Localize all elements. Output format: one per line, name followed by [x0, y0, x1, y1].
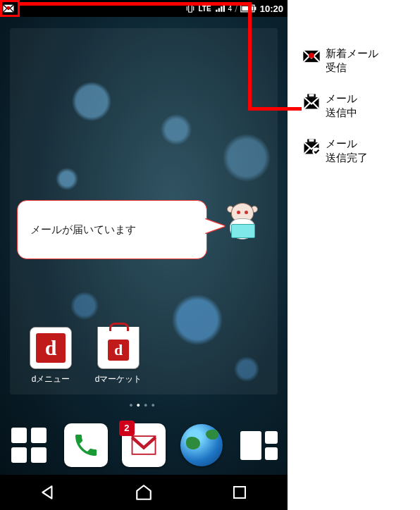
- status-clock: 10:20: [260, 4, 283, 14]
- globe-icon: [180, 424, 223, 466]
- legend-new-mail: 新着メール 受信: [302, 46, 414, 75]
- app-row: d dメニュー d dマーケット: [25, 327, 144, 385]
- bag-handle-icon: [109, 323, 129, 331]
- navigation-bar: [0, 475, 288, 510]
- legend-label: 受信: [326, 61, 347, 73]
- phone-frame: LTE 4 / 10:20 メールが届いています: [0, 0, 288, 510]
- legend-label: 送信中: [326, 106, 357, 118]
- svg-rect-4: [254, 7, 256, 11]
- legend-sending-mail: メール 送信中: [302, 92, 414, 120]
- widgets-icon: [240, 431, 278, 460]
- app-dmarket[interactable]: d dマーケット: [93, 327, 144, 385]
- highlight-notification-icon: [0, 0, 20, 17]
- legend-label: メール: [326, 92, 357, 104]
- legend: 新着メール 受信 メール 送信中 メール 送信完了: [302, 46, 414, 182]
- network-type-label: LTE: [198, 5, 211, 13]
- home-screen[interactable]: メールが届いています d dメニュー d dマーケット: [0, 17, 288, 475]
- recent-square-icon: [231, 484, 248, 501]
- nav-back-button[interactable]: [34, 478, 62, 506]
- back-triangle-icon: [39, 483, 57, 502]
- callout-line: [248, 2, 252, 111]
- svg-rect-2: [189, 5, 192, 13]
- callout-line: [248, 107, 302, 111]
- dock-phone-button[interactable]: [63, 423, 109, 468]
- dock-browser-button[interactable]: [179, 423, 224, 468]
- dock-apps-button[interactable]: [6, 423, 51, 468]
- home-pentagon-icon: [135, 483, 153, 502]
- app-dmenu[interactable]: d dメニュー: [25, 327, 76, 385]
- page-indicator[interactable]: ●●●●: [0, 402, 288, 409]
- mail-sent-icon: [302, 137, 321, 156]
- dock: 2: [0, 416, 288, 475]
- phone-icon: [72, 431, 100, 459]
- legend-label: 新着メール: [326, 47, 378, 59]
- dock-mail-button[interactable]: 2: [121, 423, 166, 468]
- apps-grid-icon: [11, 428, 47, 463]
- callout-line: [20, 2, 252, 6]
- svg-point-9: [309, 53, 314, 58]
- hitsuji-mascot[interactable]: [226, 203, 259, 244]
- nav-recent-button[interactable]: [226, 478, 254, 506]
- mail-sending-icon: [302, 92, 321, 111]
- nav-home-button[interactable]: [130, 478, 158, 506]
- new-mail-icon: [302, 46, 321, 66]
- app-label: dメニュー: [25, 373, 76, 385]
- mail-badge: 2: [119, 421, 135, 436]
- d-logo-icon: d: [36, 333, 66, 363]
- d-logo-icon: d: [108, 340, 129, 361]
- legend-label: 送信完了: [326, 151, 368, 163]
- mascot-speech-bubble[interactable]: メールが届いています: [17, 200, 207, 259]
- bubble-text: メールが届いています: [30, 223, 136, 237]
- signal-level: 4: [228, 5, 233, 13]
- legend-label: メール: [326, 137, 357, 149]
- legend-sent-mail: メール 送信完了: [302, 137, 414, 165]
- svg-rect-7: [234, 487, 245, 498]
- dock-widgets-button[interactable]: [236, 423, 281, 468]
- app-label: dマーケット: [93, 373, 144, 385]
